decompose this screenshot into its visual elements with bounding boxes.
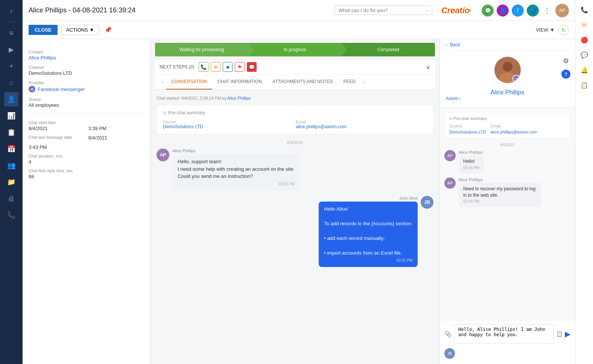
nav-calendar[interactable]: 📅 (4, 142, 18, 156)
tab-chat-information[interactable]: CHAT INFORMATION (212, 74, 267, 89)
comm-flag-icon[interactable]: ⚑ (235, 62, 245, 72)
rp-prechat-card: ≡ Pre-chat summary Source Email DemoSolu… (444, 112, 570, 138)
search-arrow-icon: › (426, 8, 428, 13)
next-steps-expand-icon[interactable]: ∨ (426, 64, 430, 71)
fr-video-icon[interactable]: 🔴 (578, 33, 591, 47)
message-bubble-2: Hello Alice!To add records to the [Accou… (319, 202, 418, 267)
fr-email-icon[interactable]: ✉ (578, 18, 591, 32)
prechat-grid: Source DemoSolutions LTD Email alice.phi… (163, 120, 427, 129)
queue-value: All employees (29, 102, 144, 108)
chat-started-text: Chat started: 8/4/2021, 3:39:24 PM by Al… (157, 96, 433, 100)
message-time-1: 03:39 PM (178, 181, 295, 187)
rp-avatar: m (494, 57, 521, 83)
rp-text-2: Need to recover my password to log in to… (463, 186, 535, 198)
rp-contact-name[interactable]: Alice Phillips (446, 89, 569, 96)
comm-msg-icon[interactable]: 💬 (247, 62, 257, 72)
pin-icon[interactable]: 📌 (104, 26, 112, 33)
nav-home[interactable]: ⌂ (4, 76, 18, 90)
provider-value[interactable]: Facebook messenger (38, 86, 85, 92)
prechat-header: ≡ Pre-chat summary (163, 110, 427, 116)
message-text-2: Hello Alice!To add records to the [Accou… (324, 206, 412, 256)
nav-reports[interactable]: 📋 (4, 125, 18, 140)
tab-attachments[interactable]: ATTACHMENTS AND NOTES (267, 74, 338, 89)
chat-started-by[interactable]: Alice Phillips (227, 96, 251, 100)
left-navigation: › ≡ ▶ + ⌂ 👤 📊 📋 📅 👥 📁 🖨 📞 (0, 0, 23, 364)
rp-source-value[interactable]: DemoSolutions LTD (449, 130, 486, 134)
refresh-button[interactable]: ↻ (558, 25, 569, 35)
email-value[interactable]: alice.phillips@axiom.com (296, 124, 427, 129)
nav-phone[interactable]: 📞 (4, 208, 18, 222)
prechat-title: Pre-chat summary (168, 110, 205, 115)
back-arrow-icon: ← (444, 42, 449, 47)
creatio-logo: Creatio• (441, 6, 471, 15)
nav-contact[interactable]: 👤 (4, 92, 18, 106)
nav-team[interactable]: 👥 (4, 158, 18, 173)
user-avatar[interactable]: AP (555, 4, 569, 17)
chat-area: Chat started: 8/4/2021, 3:39:24 PM by Al… (151, 90, 439, 364)
tab-feed[interactable]: FEED (338, 74, 361, 89)
rp-company-name[interactable]: Axiom (446, 96, 458, 101)
rp-text-1: Hello! (463, 159, 475, 164)
attachment-icon[interactable]: 📎 (444, 331, 452, 338)
chat-start-time-value: 3:39 PM (88, 126, 144, 131)
more-options-icon[interactable]: ⋮ (542, 6, 552, 15)
fr-bell-icon[interactable]: 🔔 (578, 63, 591, 77)
progress-in-progress[interactable]: In progress (248, 43, 342, 56)
agent-avatar: JB (421, 196, 433, 209)
view-button[interactable]: VIEW ▼ (536, 27, 555, 33)
rp-sender-avatar-2: AP (444, 177, 456, 189)
progress-waiting[interactable]: Waiting for processing (155, 43, 248, 56)
icon-teal-circle[interactable]: 🔵 (527, 5, 539, 17)
nav-divider-1 (6, 22, 17, 22)
tab-next-icon[interactable]: › (361, 79, 367, 85)
rp-message-input[interactable] (454, 324, 554, 344)
help-icon[interactable]: ? (561, 70, 570, 79)
search-input[interactable] (339, 8, 424, 13)
gear-icon[interactable]: ⚙ (561, 55, 570, 67)
rp-avatar-container: m (494, 57, 521, 86)
nav-expand[interactable]: › (4, 4, 18, 18)
channel-value: DemoSolutions LTD (29, 70, 144, 76)
nav-play[interactable]: ▶ (4, 42, 18, 57)
prechat-icon: ≡ (163, 110, 166, 116)
chat-last-time-value: 3:43 PM (29, 144, 85, 150)
search-bar[interactable]: › (335, 6, 432, 15)
rp-email-value[interactable]: alice.phillips@axiom.com (491, 130, 566, 134)
view-chevron-icon: ▼ (550, 27, 555, 33)
rp-contact-section: m Alice Phillips Axiom › ⚙ ? (440, 51, 575, 108)
comm-chat-icon[interactable]: ■ (223, 62, 233, 72)
icon-purple-circle[interactable]: 👤 (497, 5, 509, 17)
rp-input-area: 📎 📋 ▶ JB (440, 320, 575, 364)
nav-print[interactable]: 🖨 (4, 191, 18, 206)
close-button[interactable]: CLOSE (29, 25, 58, 35)
nav-files[interactable]: 📁 (4, 175, 18, 189)
nav-menu[interactable]: ≡ (4, 26, 18, 40)
actions-button[interactable]: ACTIONS ▼ (61, 25, 99, 35)
icon-green-circle[interactable]: 💬 (482, 5, 494, 17)
tab-conversation[interactable]: CONVERSATION (166, 74, 212, 89)
rp-time-1: 03:44 PM (463, 165, 479, 171)
tab-prev-icon[interactable]: ‹ (160, 79, 166, 85)
source-value[interactable]: DemoSolutions LTD (163, 124, 294, 129)
contact-name[interactable]: Alice Phillips (29, 55, 144, 61)
comm-email-icon[interactable]: ✉ (211, 62, 220, 72)
nav-add[interactable]: + (4, 59, 18, 73)
queue-label: Queue (29, 97, 144, 102)
svg-point-1 (503, 62, 512, 71)
message-sender-1: Alice Phillips (172, 149, 300, 153)
send-button[interactable]: ▶ (565, 329, 570, 338)
progress-completed[interactable]: Completed (342, 43, 435, 56)
fr-phone-icon[interactable]: 📞 (578, 3, 591, 17)
rp-bubble-1: Hello! 03:44 PM (459, 155, 484, 174)
channel-label: Channel (29, 65, 144, 70)
fr-chat-icon[interactable]: 💬 (578, 48, 591, 62)
comm-phone-icon[interactable]: 📞 (199, 62, 208, 72)
template-icon[interactable]: 📋 (556, 331, 563, 337)
nav-analytics[interactable]: 📊 (4, 109, 18, 123)
fr-clipboard-icon[interactable]: 📋 (578, 78, 591, 92)
icon-blue-circle[interactable]: f (512, 5, 524, 17)
rp-sender-avatar-1: AP (444, 150, 456, 161)
next-steps-label: NEXT STEPS (0) (160, 64, 194, 70)
back-link[interactable]: ← Back (444, 42, 460, 47)
left-panel-separator (29, 114, 144, 114)
